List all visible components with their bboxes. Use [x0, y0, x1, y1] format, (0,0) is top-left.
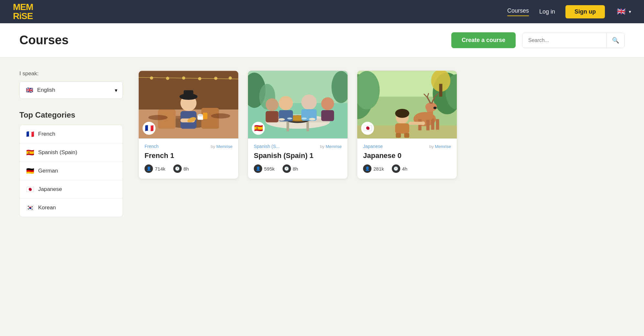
course-body: Japanese by Memrise Japanese 0 👤 281k 🕐 …	[357, 139, 457, 179]
svg-point-42	[321, 97, 334, 110]
svg-rect-61	[436, 119, 439, 130]
course-stats: 👤 595k 🕐 8h	[254, 164, 342, 173]
svg-point-40	[301, 94, 317, 110]
course-by: by Memrise	[211, 144, 232, 149]
learners-stat: 👤 281k	[363, 164, 384, 173]
course-card[interactable]: 🇯🇵 Japanese by Memrise Japanese 0 👤 281k…	[357, 70, 457, 179]
people-icon: 👤	[254, 164, 262, 173]
course-card[interactable]: 🇫🇷 French by Memrise French 1 👤 714k 🕐 8…	[138, 70, 239, 179]
page-title: Courses	[19, 33, 69, 47]
course-title: Japanese 0	[363, 152, 451, 160]
course-meta: Spanish (S... by Memrise	[254, 144, 342, 149]
svg-rect-77	[404, 133, 409, 138]
svg-point-44	[287, 118, 292, 120]
navbar-right: Courses Log in Sign up 🇬🇧 ▾	[507, 5, 631, 18]
learners-count: 595k	[264, 166, 275, 172]
clock-icon: 🕐	[283, 164, 291, 173]
sidebar-category-item[interactable]: 🇩🇪German	[20, 162, 123, 180]
course-image: 🇫🇷	[139, 71, 238, 139]
svg-rect-72	[395, 123, 409, 134]
course-card[interactable]: 🇪🇸 Spanish (S... by Memrise Spanish (Spa…	[248, 70, 348, 179]
sidebar-category-item[interactable]: 🇰🇷Korean	[20, 199, 123, 217]
svg-rect-9	[184, 90, 193, 97]
category-flag-icon: 🇰🇷	[26, 204, 34, 212]
course-by: by Memrise	[429, 144, 451, 149]
category-name: Japanese	[38, 186, 62, 193]
course-lang-label: Japanese	[363, 144, 383, 149]
logo[interactable]: MEM RiSE	[13, 3, 33, 21]
course-stats: 👤 714k 🕐 8h	[145, 164, 232, 173]
create-course-button[interactable]: Create a course	[451, 32, 516, 48]
course-image: 🇪🇸	[248, 71, 348, 139]
learners-stat: 👤 595k	[254, 164, 275, 173]
course-title: French 1	[145, 152, 232, 160]
categories-title: Top Categories	[19, 110, 123, 120]
svg-point-22	[214, 77, 217, 80]
svg-point-46	[278, 118, 285, 121]
course-image: 🇯🇵	[357, 71, 457, 139]
nav-courses[interactable]: Courses	[507, 7, 529, 16]
svg-rect-55	[439, 84, 442, 97]
course-meta: French by Memrise	[145, 144, 232, 149]
svg-point-45	[302, 118, 307, 120]
course-lang-label: French	[145, 144, 159, 149]
svg-rect-59	[426, 120, 430, 131]
search-box: 🔍	[522, 33, 625, 48]
nav-language-selector[interactable]: 🇬🇧 ▾	[615, 6, 631, 17]
svg-rect-14	[203, 113, 208, 119]
course-lang-label: Spanish (S...	[254, 144, 280, 149]
hours-count: 4h	[402, 166, 408, 172]
nav-login[interactable]: Log in	[539, 8, 555, 15]
course-flag-icon: 🇪🇸	[252, 122, 265, 135]
learners-count: 281k	[373, 166, 384, 172]
content-area: I speak: 🇬🇧 English ▾ Top Categories 🇫🇷F…	[0, 58, 644, 230]
svg-point-71	[395, 109, 409, 118]
svg-rect-43	[321, 110, 334, 121]
sidebar-category-item[interactable]: 🇫🇷French	[20, 125, 123, 143]
svg-point-74	[421, 121, 425, 125]
logo-text: MEM RiSE	[13, 3, 33, 21]
svg-point-20	[182, 77, 185, 80]
people-icon: 👤	[145, 164, 153, 173]
category-flag-icon: 🇪🇸	[26, 149, 34, 156]
sidebar-category-item[interactable]: 🇪🇸Spanish (Spain)	[20, 143, 123, 162]
hours-stat: 🕐 4h	[392, 164, 408, 173]
nav-signup-button[interactable]: Sign up	[565, 5, 605, 18]
course-by: by Memrise	[320, 144, 342, 149]
course-title: Spanish (Spain) 1	[254, 152, 342, 160]
svg-point-23	[229, 77, 232, 80]
svg-rect-73	[409, 122, 423, 125]
course-meta: Japanese by Memrise	[363, 144, 451, 149]
svg-rect-37	[266, 111, 279, 122]
search-input[interactable]	[522, 34, 606, 47]
svg-point-47	[309, 118, 316, 121]
svg-rect-76	[396, 133, 401, 138]
svg-point-18	[150, 77, 153, 80]
language-chevron-icon: ▾	[115, 87, 117, 93]
english-flag-icon: 🇬🇧	[25, 86, 34, 95]
learners-stat: 👤 714k	[145, 164, 166, 173]
category-flag-icon: 🇯🇵	[26, 185, 34, 193]
svg-point-21	[198, 77, 201, 80]
selected-language-name: English	[37, 87, 55, 93]
course-author[interactable]: Memrise	[435, 144, 451, 149]
course-author[interactable]: Memrise	[216, 144, 232, 149]
category-name: Spanish (Spain)	[38, 149, 77, 156]
svg-point-75	[426, 107, 433, 112]
clock-icon: 🕐	[392, 164, 400, 173]
hours-count: 8h	[293, 166, 298, 172]
hours-count: 8h	[184, 166, 189, 172]
svg-rect-32	[306, 122, 309, 131]
category-flag-icon: 🇩🇪	[26, 167, 34, 175]
speak-label: I speak:	[19, 70, 123, 77]
learners-count: 714k	[155, 166, 166, 172]
category-name: Korean	[38, 205, 56, 211]
svg-rect-31	[286, 122, 289, 131]
course-author[interactable]: Memrise	[326, 144, 342, 149]
sidebar-category-item[interactable]: 🇯🇵Japanese	[20, 180, 123, 199]
language-select-dropdown[interactable]: 🇬🇧 English ▾	[19, 81, 123, 99]
svg-point-12	[198, 114, 203, 117]
course-body: Spanish (S... by Memrise Spanish (Spain)…	[248, 139, 348, 179]
categories-list: 🇫🇷French🇪🇸Spanish (Spain)🇩🇪German🇯🇵Japan…	[19, 125, 123, 217]
search-button[interactable]: 🔍	[606, 33, 624, 48]
